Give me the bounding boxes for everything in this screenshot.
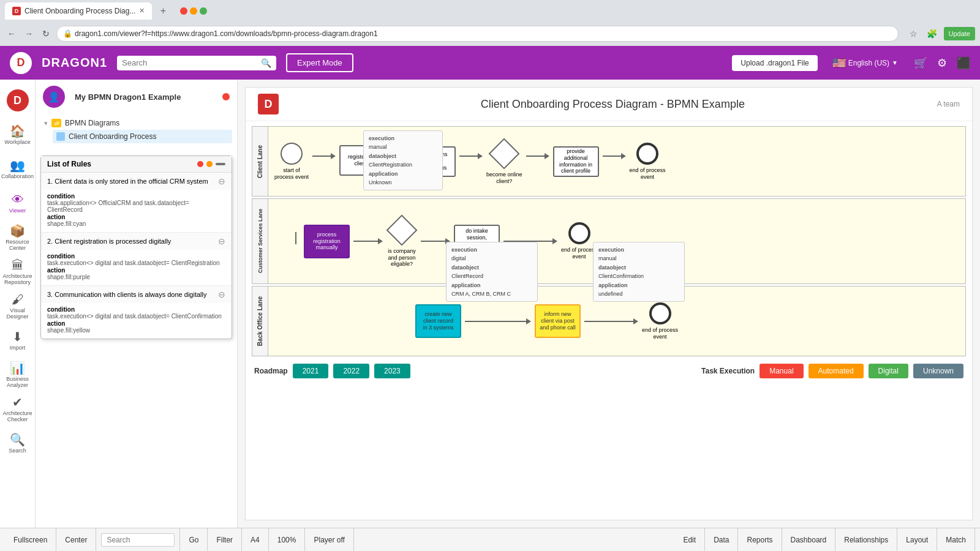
sidebar-item-architecture[interactable]: 🏛 Architecture Repository bbox=[2, 256, 33, 288]
sidebar-item-search[interactable]: 🔍 Search bbox=[2, 427, 33, 459]
manual-btn[interactable]: Manual bbox=[760, 364, 803, 378]
bottom-toolbar: Fullscreen Center Go Filter A4 100% Play… bbox=[0, 528, 980, 551]
rule-1-title: 1. Client data is only stored in the off… bbox=[47, 178, 218, 185]
filter-btn[interactable]: Filter bbox=[208, 528, 242, 551]
lane-backoffice-label: Back Office Lane bbox=[252, 287, 268, 356]
player-off-btn[interactable]: Player off bbox=[305, 528, 353, 551]
rules-dot-orange[interactable] bbox=[206, 161, 213, 167]
expert-mode-btn[interactable]: Expert Mode bbox=[286, 53, 353, 72]
tree-item-client-onboarding[interactable]: Client Onboarding Process bbox=[53, 130, 232, 143]
sidebar-item-collaboration[interactable]: 👥 Collaboration bbox=[2, 153, 33, 185]
tab-close-btn[interactable]: ✕ bbox=[139, 7, 145, 15]
rules-panel: List of Rules 1. Client data is only sto… bbox=[40, 156, 232, 339]
end2-shape bbox=[568, 222, 590, 244]
tree-item-bpmn[interactable]: ▾ 📁 BPMN Diagrams bbox=[40, 116, 232, 130]
browser-tab[interactable]: D Client Onboarding Process Diag... ✕ bbox=[5, 2, 152, 20]
lang-dropdown-icon[interactable]: ▼ bbox=[892, 59, 898, 66]
year-2022-btn[interactable]: 2022 bbox=[333, 364, 369, 378]
logout-icon[interactable]: ⬛ bbox=[957, 56, 970, 70]
node-gw1[interactable]: become onlineclient? bbox=[486, 138, 522, 185]
business-icon: 📊 bbox=[10, 361, 25, 375]
node-start1[interactable]: start ofprocess event bbox=[274, 143, 309, 181]
match-btn[interactable]: Match bbox=[937, 528, 975, 551]
node-end1[interactable]: end of processevent bbox=[630, 143, 666, 181]
task4-shape: processregistrationmanually bbox=[304, 225, 350, 258]
address-text: dragon1.com/viewer?f=https://www.dragon1… bbox=[75, 29, 378, 38]
header-search-input[interactable] bbox=[122, 58, 257, 67]
notification-dot bbox=[222, 93, 230, 100]
rules-panel-title: List of Rules bbox=[47, 160, 91, 168]
reports-btn[interactable]: Reports bbox=[738, 528, 782, 551]
settings-icon[interactable]: ⚙ bbox=[937, 56, 947, 70]
year-2023-btn[interactable]: 2023 bbox=[374, 364, 410, 378]
forward-btn[interactable]: → bbox=[22, 27, 36, 40]
collaboration-icon: 👥 bbox=[10, 158, 25, 173]
window-close[interactable] bbox=[180, 7, 187, 15]
digital-btn[interactable]: Digital bbox=[869, 364, 908, 378]
node-gw2[interactable]: is companyand personeligable? bbox=[386, 215, 417, 268]
node-task3[interactable]: provideadditionalinformation inclient pr… bbox=[553, 146, 599, 177]
back-btn[interactable]: ← bbox=[5, 27, 18, 40]
rules-dot-red[interactable] bbox=[197, 161, 203, 167]
dashboard-btn[interactable]: Dashboard bbox=[782, 528, 836, 551]
refresh-btn[interactable]: ↻ bbox=[39, 27, 53, 40]
sidebar-item-resource[interactable]: 📦 Resource Center bbox=[2, 222, 33, 253]
rule-1-chevron-icon: ⊖ bbox=[218, 176, 225, 186]
new-tab-btn[interactable]: + bbox=[156, 4, 170, 18]
automated-btn[interactable]: Automated bbox=[809, 364, 864, 378]
rule-3-action-label: action bbox=[47, 320, 65, 327]
data-btn[interactable]: Data bbox=[705, 528, 738, 551]
cart-icon[interactable]: 🛒 bbox=[914, 56, 927, 70]
start-event-label: start ofprocess event bbox=[274, 167, 309, 181]
sidebar-item-import[interactable]: ⬇ Import bbox=[2, 324, 33, 356]
edit-btn[interactable]: Edit bbox=[674, 528, 705, 551]
visual-icon: 🖌 bbox=[12, 293, 24, 307]
relationships-btn[interactable]: Relationships bbox=[835, 528, 897, 551]
address-input[interactable]: 🔒 dragon1.com/viewer?f=https://www.drago… bbox=[56, 26, 899, 42]
sidebar-label-resource: Resource Center bbox=[2, 239, 33, 252]
workplace-icon: 🏠 bbox=[10, 124, 25, 138]
toolbar-search-input[interactable] bbox=[101, 533, 175, 547]
sidebar-item-checker[interactable]: ✔ Architecture Checker bbox=[2, 393, 33, 425]
unknown-btn[interactable]: Unknown bbox=[913, 364, 963, 378]
sidebar-item-viewer[interactable]: 👁 Viewer bbox=[2, 187, 33, 219]
center-btn[interactable]: Center bbox=[56, 528, 96, 551]
arrow-5 bbox=[603, 153, 626, 159]
end1-label: end of processevent bbox=[630, 167, 666, 181]
node-task4[interactable]: processregistrationmanually bbox=[304, 225, 350, 258]
lane-customer-label-text: Customer Services Lane bbox=[257, 209, 263, 273]
tab-title: Client Onboarding Process Diag... bbox=[24, 7, 135, 15]
sidebar-label-import: Import bbox=[10, 345, 26, 351]
layout-btn[interactable]: Layout bbox=[897, 528, 937, 551]
node-task7[interactable]: inform newclient via postand phone call bbox=[535, 304, 581, 338]
update-btn[interactable]: Update bbox=[944, 27, 975, 40]
go-btn[interactable]: Go bbox=[180, 528, 208, 551]
rule-1-header[interactable]: 1. Client data is only stored in the off… bbox=[41, 173, 232, 190]
lane-customer: Customer Services Lane processregistrati… bbox=[252, 198, 966, 284]
tree-collapse-icon: ▾ bbox=[44, 119, 48, 127]
extensions-btn[interactable]: 🧩 bbox=[925, 27, 939, 40]
window-minimize[interactable] bbox=[190, 7, 197, 15]
sidebar-item-logo[interactable]: D bbox=[2, 84, 33, 116]
zoom-btn[interactable]: 100% bbox=[269, 528, 306, 551]
rule-3-header[interactable]: 3. Communication with clients is always … bbox=[41, 286, 232, 303]
bookmark-btn[interactable]: ☆ bbox=[907, 27, 921, 40]
upload-btn[interactable]: Upload .dragon1 File bbox=[732, 55, 817, 71]
tooltip-1: execution manual dataobject ClientRegist… bbox=[363, 130, 443, 190]
rule-2-header[interactable]: 2. Client registration is processed digi… bbox=[41, 233, 232, 250]
rule-3-condition-label: condition bbox=[47, 306, 75, 313]
node-end3[interactable]: end of processevent bbox=[642, 302, 678, 340]
rules-minimize-btn[interactable] bbox=[216, 163, 225, 165]
sidebar-item-workplace[interactable]: 🏠 Workplace bbox=[2, 119, 33, 151]
node-end2[interactable]: end of processevent bbox=[561, 222, 597, 260]
window-maximize[interactable] bbox=[200, 7, 207, 15]
page-size-btn[interactable]: A4 bbox=[242, 528, 269, 551]
year-2021-btn[interactable]: 2021 bbox=[293, 364, 329, 378]
lane-client-content: start ofprocess event register asclient bbox=[268, 127, 965, 196]
fullscreen-btn[interactable]: Fullscreen bbox=[5, 528, 56, 551]
task-execution-title: Task Execution bbox=[701, 367, 755, 375]
sidebar-label-workplace: Workplace bbox=[4, 140, 30, 146]
sidebar-item-business[interactable]: 📊 Business Analyzer bbox=[2, 359, 33, 391]
node-task6[interactable]: create newclient recordin 3 systems bbox=[415, 304, 461, 338]
sidebar-item-visual[interactable]: 🖌 Visual Designer bbox=[2, 290, 33, 322]
